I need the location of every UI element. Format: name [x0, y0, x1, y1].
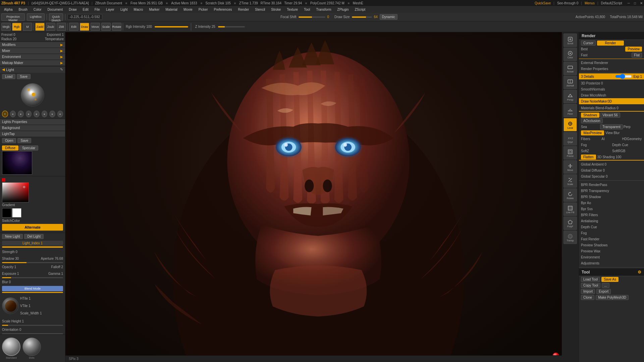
- window-maximize[interactable]: □: [634, 1, 636, 5]
- move-btn[interactable]: Move: [91, 23, 100, 31]
- waxpreview-btn[interactable]: WaxPreview: [581, 130, 604, 135]
- texture-thumb[interactable]: [2, 297, 19, 314]
- load-tool-btn[interactable]: Load Tool: [581, 277, 600, 282]
- white-swatch[interactable]: [12, 208, 21, 218]
- mat-dots-thumb[interactable]: Dots: [22, 338, 41, 359]
- menu-color[interactable]: Color: [31, 7, 44, 12]
- projection-master-btn[interactable]: ProjectionMaster: [1, 13, 25, 21]
- dynamic-btn[interactable]: Dynamic: [380, 14, 397, 20]
- light-bulb3-icon[interactable]: ●: [26, 111, 32, 117]
- scale-btn[interactable]: Scale: [101, 23, 111, 31]
- color-icon-btn[interactable]: Color: [564, 48, 577, 61]
- menu-render[interactable]: Render: [235, 7, 252, 12]
- mrgb-btn[interactable]: Mrgb: [1, 23, 11, 31]
- menu-preferences[interactable]: Preferences: [211, 7, 235, 12]
- light-bulb6-icon[interactable]: ●: [49, 111, 55, 117]
- transp-icon-btn[interactable]: Transp: [564, 231, 577, 244]
- light-bulb1-icon[interactable]: ●: [10, 111, 16, 117]
- menu-layer[interactable]: Layer: [103, 7, 117, 12]
- light-bulb2-icon[interactable]: ●: [18, 111, 24, 117]
- menu-picker[interactable]: Picker: [196, 7, 211, 12]
- preview-btn[interactable]: Preview: [625, 47, 642, 52]
- mixer-header[interactable]: Mixer▶: [0, 48, 65, 54]
- menu-draw[interactable]: Draw: [66, 7, 79, 12]
- menu-tool[interactable]: Tool: [301, 7, 313, 12]
- light-bulb7-icon[interactable]: ●: [57, 111, 63, 117]
- modifiers-header[interactable]: Modifiers▶: [0, 42, 65, 48]
- export-btn[interactable]: Export: [596, 289, 611, 294]
- flat-btn[interactable]: Flat: [632, 53, 642, 58]
- menu-file[interactable]: File: [92, 7, 103, 12]
- scroll-icon-btn[interactable]: Scroll: [564, 34, 577, 47]
- clone-btn[interactable]: Clone: [581, 295, 594, 300]
- light-edit-icon[interactable]: ✎: [60, 67, 63, 72]
- menu-edit[interactable]: Edit: [80, 7, 91, 12]
- matcap-maker-header[interactable]: Matcap Maker▶: [0, 60, 65, 66]
- viewport[interactable]: [65, 32, 562, 362]
- black-swatch[interactable]: [2, 208, 11, 218]
- rotate-btn[interactable]: Rotate: [112, 23, 121, 31]
- transparent-btn[interactable]: Transparent: [600, 124, 623, 129]
- del-light-btn[interactable]: Del Light: [24, 234, 43, 239]
- local-icon-btn[interactable]: Local: [564, 118, 577, 131]
- light-bulb4-icon[interactable]: ●: [34, 111, 40, 117]
- aocclusion-btn[interactable]: AOcclusion: [581, 118, 603, 123]
- copy-tool-secondary-btn[interactable]: ...: [602, 283, 609, 288]
- menu-stroke[interactable]: Stroke: [268, 7, 283, 12]
- menus-label[interactable]: Menus: [585, 1, 595, 5]
- menu-document[interactable]: Document: [45, 7, 66, 12]
- shadows-btn[interactable]: Shadows: [581, 113, 599, 118]
- menu-zplugin[interactable]: ZPlugin: [335, 7, 352, 12]
- alternate-btn[interactable]: Alternate: [2, 224, 63, 231]
- rotate-icon-btn[interactable]: Rotate: [564, 188, 577, 202]
- persp-icon-btn[interactable]: Persp: [564, 90, 577, 103]
- details-slider[interactable]: [615, 74, 632, 79]
- light-sphere-preview[interactable]: [21, 83, 44, 107]
- tool-panel-expand[interactable]: ⚙: [638, 270, 641, 275]
- zblt-btn[interactable]: Zblt: [57, 23, 66, 31]
- light-load-btn[interactable]: Load: [2, 74, 15, 79]
- canvas-area[interactable]: [65, 32, 562, 362]
- linefill-icon-btn[interactable]: Line Fill: [564, 202, 577, 216]
- zadd-btn[interactable]: Zadd: [35, 23, 45, 31]
- copy-tool-btn[interactable]: Copy Tool: [581, 283, 600, 288]
- polyf-icon-btn[interactable]: PolyF: [564, 217, 577, 230]
- default-script[interactable]: DefaultZScript: [601, 1, 622, 5]
- make-polymesh3d-btn[interactable]: Make PolyMesh3D: [596, 295, 629, 300]
- menu-alpha[interactable]: Alpha: [1, 7, 15, 12]
- diffuse-btn[interactable]: Diffuse: [2, 145, 18, 150]
- specular-btn[interactable]: Specular: [19, 145, 38, 150]
- lights-properties-header[interactable]: Lights Properties: [0, 119, 65, 125]
- m-btn[interactable]: M: [23, 23, 32, 31]
- menu-light[interactable]: Light: [118, 7, 130, 12]
- scale-icon-btn[interactable]: Scale: [564, 174, 577, 188]
- flatten-btn[interactable]: Flatten: [581, 155, 596, 160]
- lighttap-header[interactable]: LightTap: [0, 131, 65, 137]
- light-bulb5-icon[interactable]: ●: [42, 111, 48, 117]
- menu-brush[interactable]: Brush: [16, 7, 30, 12]
- save2-btn[interactable]: Save: [17, 138, 31, 143]
- floor-icon-btn[interactable]: Floor: [564, 104, 577, 117]
- menu-material[interactable]: Material: [163, 7, 180, 12]
- aahalf-icon-btn[interactable]: AAHalf: [564, 76, 577, 89]
- save-as-btn[interactable]: Save As: [601, 277, 619, 282]
- environment-header[interactable]: Environment▶: [0, 54, 65, 60]
- draw-btn[interactable]: Draw: [80, 23, 89, 31]
- zsub-btn[interactable]: Zsub: [46, 23, 55, 31]
- cursor-btn[interactable]: Cursor: [581, 41, 596, 46]
- render-btn[interactable]: Render: [597, 41, 624, 46]
- quick-save-btn[interactable]: QuickSave: [535, 1, 551, 5]
- color-picker[interactable]: [2, 182, 29, 202]
- vibrant-btn[interactable]: Vibrant 56: [600, 113, 620, 118]
- quick-sketch-btn[interactable]: QuickSketch: [49, 13, 63, 21]
- menu-texture[interactable]: Texture: [284, 7, 301, 12]
- xyz-icon-btn[interactable]: XYZ Qxyz: [564, 132, 577, 145]
- menu-stencil[interactable]: Stencil: [252, 7, 268, 12]
- menu-marker[interactable]: Marker: [146, 7, 162, 12]
- actual-icon-btn[interactable]: Actual: [564, 62, 577, 75]
- light-sun-icon[interactable]: ☀: [2, 111, 8, 117]
- menu-zscript[interactable]: ZScript: [352, 7, 368, 12]
- frame-icon-btn[interactable]: Frame: [564, 146, 577, 160]
- menu-macro[interactable]: Macro: [131, 7, 146, 12]
- lightbox-btn[interactable]: LightBox: [27, 13, 45, 21]
